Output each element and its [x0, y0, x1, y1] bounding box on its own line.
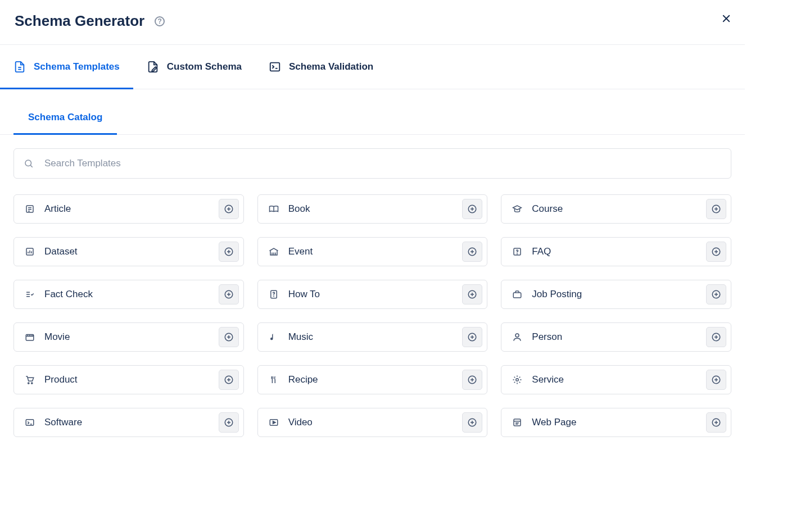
file-icon — [13, 61, 26, 73]
software-icon — [24, 417, 35, 428]
add-template-button[interactable] — [706, 242, 726, 262]
template-card-software[interactable]: Software — [13, 408, 244, 437]
add-template-button[interactable] — [706, 370, 726, 390]
svg-point-72 — [31, 383, 33, 384]
template-card-service[interactable]: Service — [501, 365, 731, 394]
template-card-label: Book — [288, 203, 463, 215]
faq-icon — [512, 246, 523, 257]
template-card-event[interactable]: Event — [257, 237, 488, 266]
tab-label: Schema Validation — [289, 61, 373, 72]
tab-schema-validation[interactable]: Schema Validation — [269, 45, 373, 89]
tab-schema-templates[interactable]: Schema Templates — [13, 45, 120, 89]
template-card-label: Course — [532, 203, 706, 215]
how-to-icon — [268, 289, 279, 300]
template-card-label: Recipe — [288, 374, 463, 385]
template-card-video[interactable]: Video — [257, 408, 488, 437]
panel-title: Schema Generator — [15, 12, 144, 30]
template-grid: ArticleBookCourseDatasetEventFAQFact Che… — [13, 194, 731, 437]
add-template-button[interactable] — [462, 242, 482, 262]
search-wrap — [13, 148, 731, 179]
template-card-label: Article — [44, 203, 219, 215]
add-template-button[interactable] — [219, 412, 239, 433]
add-template-button[interactable] — [462, 370, 482, 390]
template-card-product[interactable]: Product — [13, 365, 244, 394]
template-card-faq[interactable]: FAQ — [501, 237, 731, 266]
add-template-button[interactable] — [219, 284, 239, 304]
plus-circle-icon — [224, 247, 234, 257]
add-template-button[interactable] — [706, 327, 726, 347]
book-icon — [268, 203, 279, 215]
plus-circle-icon — [224, 289, 234, 299]
svg-point-47 — [273, 296, 274, 297]
close-button[interactable] — [718, 10, 735, 27]
person-icon — [512, 331, 523, 343]
template-card-article[interactable]: Article — [13, 194, 244, 224]
add-template-button[interactable] — [462, 284, 482, 304]
template-card-movie[interactable]: Movie — [13, 322, 244, 352]
template-card-label: How To — [288, 289, 463, 300]
template-card-label: FAQ — [532, 246, 706, 257]
tab-custom-schema[interactable]: Custom Schema — [147, 45, 242, 89]
plus-circle-icon — [711, 375, 721, 385]
sub-tabs: Schema Catalog — [0, 112, 745, 135]
template-card-web-page[interactable]: Web Page — [501, 408, 731, 437]
svg-rect-51 — [514, 293, 522, 298]
tab-label: Schema Templates — [34, 61, 120, 72]
plus-circle-icon — [224, 375, 234, 385]
add-template-button[interactable] — [462, 412, 482, 433]
template-card-label: Person — [532, 331, 706, 343]
svg-line-7 — [30, 165, 32, 167]
help-icon[interactable]: ? — [155, 16, 165, 26]
plus-circle-icon — [467, 417, 477, 428]
plus-circle-icon — [711, 417, 721, 428]
svg-marker-89 — [273, 421, 275, 424]
template-card-label: Fact Check — [44, 289, 219, 300]
movie-icon — [24, 331, 35, 343]
template-card-book[interactable]: Book — [257, 194, 488, 224]
product-icon — [24, 374, 35, 385]
template-card-label: Software — [44, 417, 219, 428]
template-card-recipe[interactable]: Recipe — [257, 365, 488, 394]
add-template-button[interactable] — [706, 284, 726, 304]
template-card-fact-check[interactable]: Fact Check — [13, 280, 244, 309]
template-card-dataset[interactable]: Dataset — [13, 237, 244, 266]
template-card-label: Movie — [44, 331, 219, 343]
template-card-label: Music — [288, 331, 463, 343]
music-icon — [268, 331, 279, 343]
add-template-button[interactable] — [706, 199, 726, 219]
svg-point-71 — [28, 383, 29, 384]
plus-circle-icon — [467, 289, 477, 299]
add-template-button[interactable] — [219, 327, 239, 347]
add-template-button[interactable] — [219, 199, 239, 219]
plus-circle-icon — [224, 417, 234, 428]
plus-circle-icon — [467, 204, 477, 214]
panel-header: Schema Generator ? — [0, 0, 745, 45]
add-template-button[interactable] — [706, 412, 726, 433]
plus-circle-icon — [224, 204, 234, 214]
sub-tab-schema-catalog[interactable]: Schema Catalog — [13, 112, 117, 134]
template-card-label: Job Posting — [532, 289, 706, 300]
plus-circle-icon — [711, 332, 721, 342]
template-card-label: Dataset — [44, 246, 219, 257]
search-input[interactable] — [13, 148, 731, 179]
add-template-button[interactable] — [462, 199, 482, 219]
template-card-label: Web Page — [532, 417, 706, 428]
close-icon — [721, 13, 731, 24]
template-card-job-posting[interactable]: Job Posting — [501, 280, 731, 309]
template-card-label: Video — [288, 417, 463, 428]
svg-rect-4 — [270, 63, 280, 71]
job-posting-icon — [512, 289, 523, 300]
template-card-music[interactable]: Music — [257, 322, 488, 352]
plus-circle-icon — [711, 247, 721, 257]
plus-circle-icon — [711, 289, 721, 299]
dataset-icon — [24, 246, 35, 257]
service-icon — [512, 374, 523, 385]
template-card-person[interactable]: Person — [501, 322, 731, 352]
add-template-button[interactable] — [462, 327, 482, 347]
template-card-how-to[interactable]: How To — [257, 280, 488, 309]
add-template-button[interactable] — [219, 242, 239, 262]
search-icon — [24, 158, 34, 169]
template-card-course[interactable]: Course — [501, 194, 731, 224]
add-template-button[interactable] — [219, 370, 239, 390]
svg-point-67 — [515, 334, 519, 337]
